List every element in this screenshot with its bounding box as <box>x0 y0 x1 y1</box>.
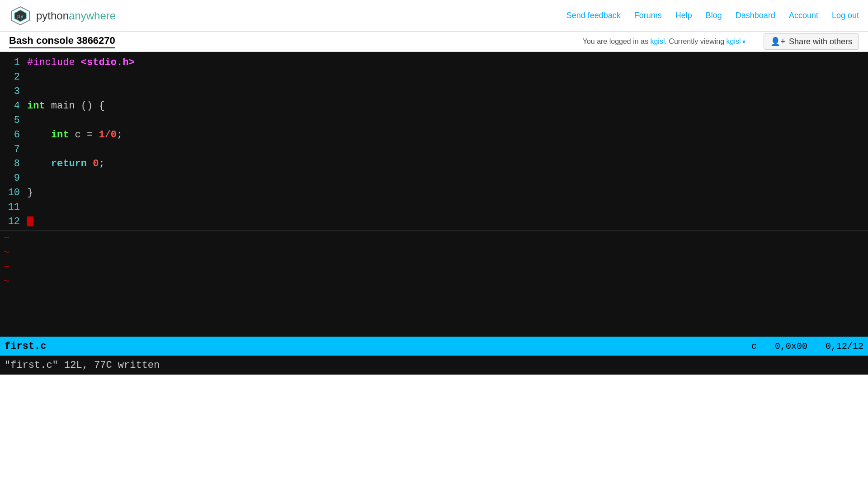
log-out-link[interactable]: Log out <box>832 11 859 20</box>
code-area: 1 #include <stdio.h> 2 3 4 int main () {… <box>0 52 868 293</box>
logged-in-text: You are logged in as kgisl. Currently vi… <box>583 38 746 46</box>
svg-text:py: py <box>17 13 24 19</box>
line-num-9: 9 <box>0 171 27 186</box>
line-num-5: 5 <box>0 113 27 128</box>
logo-area: py pythonanywhere <box>9 5 116 27</box>
code-line-8: 8 return 0; <box>0 157 868 171</box>
tilde-line-1: ~ <box>0 231 868 246</box>
line-num-3: 3 <box>0 84 27 99</box>
code-line-10: 10 } <box>0 186 868 200</box>
line-num-6: 6 <box>0 128 27 142</box>
share-icon: 👤+ <box>770 37 785 47</box>
statusbar-lineinfo: 0,12/12 <box>826 341 863 352</box>
header: py pythonanywhere Send feedback Forums H… <box>0 0 868 32</box>
viewing-user-link[interactable]: kgisl <box>726 38 741 45</box>
share-label: Share with others <box>789 37 852 47</box>
line-num-12: 12 <box>0 215 27 229</box>
line-num-7: 7 <box>0 142 27 157</box>
code-line-5: 5 <box>0 113 868 128</box>
statusbar: first.c c 0,0x00 0,12/12 <box>0 337 868 356</box>
message-bar: "first.c" 12L, 77C written <box>0 356 868 375</box>
line-content-12 <box>27 215 33 229</box>
code-line-11: 11 <box>0 200 868 215</box>
line-num-4: 4 <box>0 99 27 113</box>
logo-text: pythonanywhere <box>36 9 116 22</box>
line-content-10: } <box>27 186 33 200</box>
account-link[interactable]: Account <box>789 11 818 20</box>
line-num-11: 11 <box>0 200 27 215</box>
tilde-4: ~ <box>0 275 9 289</box>
console-title: Bash console 3866270 <box>9 35 115 48</box>
nav-links: Send feedback Forums Help Blog Dashboard… <box>566 11 859 20</box>
cursor-block <box>27 216 33 226</box>
statusbar-right: c 0,0x00 0,12/12 <box>751 341 863 352</box>
editor-container[interactable]: 1 #include <stdio.h> 2 3 4 int main () {… <box>0 52 868 337</box>
tilde-line-4: ~ <box>0 275 868 289</box>
tilde-2: ~ <box>0 246 9 260</box>
line-content-1: #include <stdio.h> <box>27 56 135 70</box>
help-link[interactable]: Help <box>675 11 692 20</box>
code-line-7: 7 <box>0 142 868 157</box>
line-num-2: 2 <box>0 70 27 84</box>
tilde-line-3: ~ <box>0 260 868 275</box>
statusbar-filename: first.c <box>5 341 46 352</box>
tilde-1: ~ <box>0 231 9 246</box>
send-feedback-link[interactable]: Send feedback <box>566 11 621 20</box>
forums-link[interactable]: Forums <box>634 11 662 20</box>
blog-link[interactable]: Blog <box>706 11 722 20</box>
message-bar-text: "first.c" 12L, 77C written <box>5 360 160 371</box>
dashboard-link[interactable]: Dashboard <box>736 11 775 20</box>
line-num-8: 8 <box>0 157 27 171</box>
code-line-6: 6 int c = 1/0; <box>0 128 868 142</box>
code-line-1: 1 #include <stdio.h> <box>0 56 868 70</box>
line-content-4: int main () { <box>27 99 105 113</box>
code-line-2: 2 <box>0 70 868 84</box>
line-content-8: return 0; <box>27 157 105 171</box>
dropdown-arrow-icon[interactable]: ▾ <box>741 38 746 45</box>
code-line-12: 12 <box>0 215 868 229</box>
statusbar-position: 0,0x00 <box>775 341 807 352</box>
line-num-10: 10 <box>0 186 27 200</box>
code-line-9: 9 <box>0 171 868 186</box>
logo-icon: py <box>9 5 32 27</box>
logged-in-user-link[interactable]: kgisl <box>650 38 665 45</box>
line-num-1: 1 <box>0 56 27 70</box>
code-line-3: 3 <box>0 84 868 99</box>
sub-header: Bash console 3866270 You are logged in a… <box>0 32 868 52</box>
share-button[interactable]: 👤+ Share with others <box>764 33 859 50</box>
tilde-3: ~ <box>0 260 9 275</box>
sub-header-right: You are logged in as kgisl. Currently vi… <box>583 33 859 50</box>
code-line-4: 4 int main () { <box>0 99 868 113</box>
tilde-line-2: ~ <box>0 246 868 260</box>
statusbar-filetype: c <box>751 341 757 352</box>
line-content-6: int c = 1/0; <box>27 128 123 142</box>
